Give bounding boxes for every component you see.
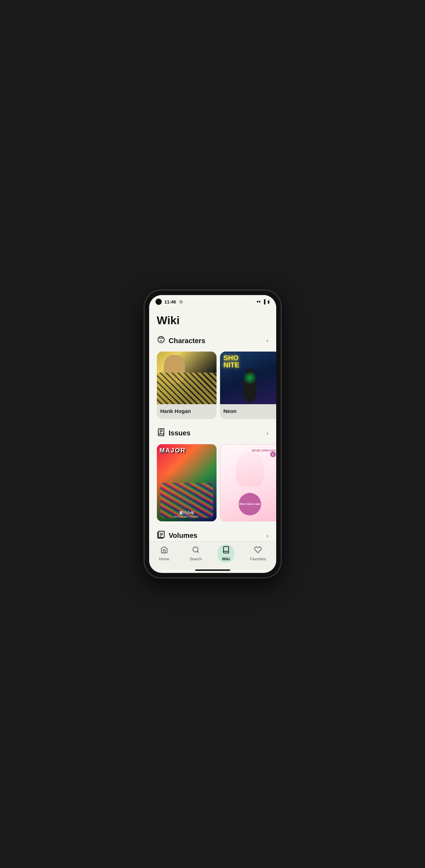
svg-point-2 xyxy=(162,339,162,339)
wiki-label: Wiki xyxy=(222,557,230,561)
phone-screen: 11:46 ⚙ ▾▾ ▐ ▮ Wiki xyxy=(149,295,276,573)
home-indicator xyxy=(195,569,230,571)
camera-icon xyxy=(155,299,162,305)
settings-icon: ⚙ xyxy=(179,299,183,305)
neon-glow xyxy=(243,371,257,385)
status-bar: 11:46 ⚙ ▾▾ ▐ ▮ xyxy=(149,295,276,307)
characters-chevron: › xyxy=(266,338,268,344)
issue-card-mint[interactable]: MAMI ORIKASA 1 Mint Choco late xyxy=(220,444,276,521)
volumes-icon xyxy=(157,530,165,541)
characters-icon xyxy=(157,335,165,346)
mint-label: Mint Choco late xyxy=(239,493,261,515)
search-icon xyxy=(192,546,200,556)
characters-section-header[interactable]: Characters › xyxy=(149,332,276,350)
issue-card-major[interactable]: 週刊少年 MANGA ANTHOLOGY xyxy=(157,444,217,521)
svg-point-1 xyxy=(160,339,160,339)
major-cover: 週刊少年 MANGA ANTHOLOGY xyxy=(157,444,217,521)
volumes-label: Volumes xyxy=(169,532,263,540)
main-content: Wiki Characters › xyxy=(149,307,276,541)
character-card-neon[interactable]: Neon xyxy=(220,352,276,419)
signal-icon: ▐ xyxy=(263,299,266,304)
status-left: 11:46 ⚙ xyxy=(155,299,183,305)
neon-label: Neon xyxy=(220,404,276,419)
favorites-label: Favorites xyxy=(250,557,266,561)
page-title: Wiki xyxy=(149,307,276,332)
nav-wiki[interactable]: Wiki xyxy=(218,545,234,562)
hank-label: Hank Hogan xyxy=(157,404,217,419)
character-card-hank[interactable]: Hank Hogan xyxy=(157,352,217,419)
issues-section-header[interactable]: Issues › xyxy=(149,425,276,443)
mint-cover: MAMI ORIKASA 1 Mint Choco late xyxy=(220,444,276,521)
nav-favorites[interactable]: Favorites xyxy=(246,545,270,562)
neon-image xyxy=(220,352,276,404)
volumes-section-header[interactable]: Volumes › xyxy=(149,527,276,542)
favorites-icon xyxy=(254,546,262,556)
wiki-icon xyxy=(222,546,230,556)
wifi-icon: ▾▾ xyxy=(257,299,261,304)
home-icon xyxy=(160,546,168,556)
issues-label: Issues xyxy=(169,429,263,437)
phone-frame: 11:46 ⚙ ▾▾ ▐ ▮ Wiki xyxy=(144,290,281,578)
svg-line-13 xyxy=(197,551,199,553)
characters-cards-scroll: Hank Hogan Neon xyxy=(149,350,276,425)
search-label: Search xyxy=(190,557,202,561)
bottom-nav: Home Search Wiki xyxy=(149,541,276,569)
nav-home[interactable]: Home xyxy=(155,545,173,562)
status-time: 11:46 xyxy=(165,299,176,305)
volumes-chevron: › xyxy=(266,533,268,539)
home-label: Home xyxy=(159,557,169,561)
status-right: ▾▾ ▐ ▮ xyxy=(257,299,270,304)
hank-image xyxy=(157,352,217,404)
characters-label: Characters xyxy=(169,337,263,345)
svg-point-12 xyxy=(193,547,198,552)
issues-cards-scroll: 週刊少年 MANGA ANTHOLOGY MAMI ORIKASA 1 Mint… xyxy=(149,443,276,527)
neon-cover-art xyxy=(220,352,276,404)
svg-point-0 xyxy=(158,336,164,343)
battery-icon: ▮ xyxy=(267,299,270,304)
nav-search[interactable]: Search xyxy=(185,545,206,562)
issues-chevron: › xyxy=(266,430,268,436)
hank-cover-art xyxy=(157,352,217,404)
issues-icon xyxy=(157,428,165,439)
